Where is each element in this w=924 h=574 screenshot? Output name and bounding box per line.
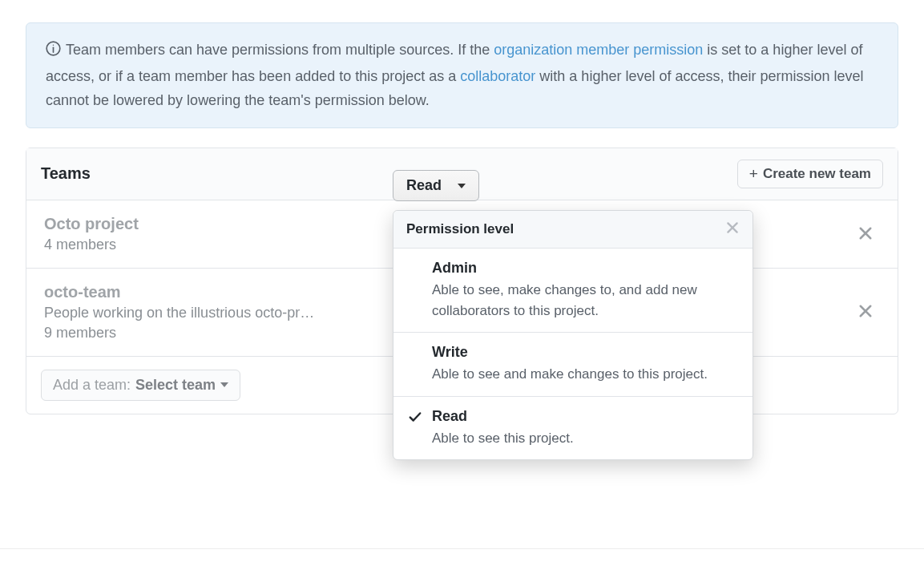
collaborator-link[interactable]: collaborator: [460, 68, 535, 84]
add-team-select[interactable]: Add a team: Select team: [41, 370, 240, 401]
info-icon: [46, 39, 61, 64]
team-name: octo-team: [44, 283, 381, 301]
plus-icon: +: [749, 166, 758, 181]
option-description: Able to see, make changes to, and add ne…: [432, 280, 738, 321]
svg-point-2: [53, 45, 54, 46]
permission-popover: Permission level Admin Able to see, make…: [393, 210, 753, 460]
add-team-select-label: Select team: [135, 377, 216, 394]
info-banner: Team members can have permissions from m…: [26, 22, 898, 128]
caret-down-icon: [458, 184, 466, 188]
create-new-team-label: Create new team: [763, 166, 871, 182]
option-title: Write: [432, 344, 738, 361]
check-col: [408, 408, 427, 428]
add-team-prefix: Add a team:: [53, 377, 131, 394]
permission-option-write[interactable]: Write Able to see and make changes to th…: [393, 333, 753, 397]
popover-title: Permission level: [406, 221, 514, 237]
team-description: People working on the illustrious octo-p…: [44, 305, 333, 321]
option-body: Write Able to see and make changes to th…: [432, 344, 738, 385]
team-info: Octo project 4 members: [44, 215, 381, 253]
teams-title: Teams: [41, 164, 91, 183]
info-text-prefix: Team members can have permissions from m…: [66, 42, 494, 58]
option-title: Admin: [432, 260, 738, 277]
check-col: [408, 344, 427, 346]
caret-down-icon: [220, 382, 228, 387]
option-title: Read: [432, 408, 738, 425]
remove-team-button[interactable]: [851, 224, 880, 245]
permission-select-button[interactable]: Read: [393, 170, 479, 201]
team-members: 4 members: [44, 236, 381, 253]
option-body: Read Able to see this project.: [432, 408, 738, 449]
team-members: 9 members: [44, 325, 381, 342]
team-info: octo-team People working on the illustri…: [44, 283, 381, 342]
option-description: Able to see and make changes to this pro…: [432, 364, 738, 385]
footer-divider: [0, 548, 924, 549]
check-icon: [408, 410, 422, 427]
popover-close-button[interactable]: [725, 220, 740, 238]
create-new-team-button[interactable]: + Create new team: [737, 160, 883, 188]
permission-option-admin[interactable]: Admin Able to see, make changes to, and …: [393, 249, 753, 333]
option-body: Admin Able to see, make changes to, and …: [432, 260, 738, 321]
check-col: [408, 260, 427, 261]
permission-select-value: Read: [406, 177, 442, 194]
option-description: Able to see this project.: [432, 428, 738, 449]
popover-header: Permission level: [393, 211, 753, 249]
permission-option-read[interactable]: Read Able to see this project.: [393, 397, 753, 460]
remove-team-button[interactable]: [851, 301, 880, 322]
org-member-permission-link[interactable]: organization member permission: [494, 42, 703, 58]
team-name: Octo project: [44, 215, 381, 233]
